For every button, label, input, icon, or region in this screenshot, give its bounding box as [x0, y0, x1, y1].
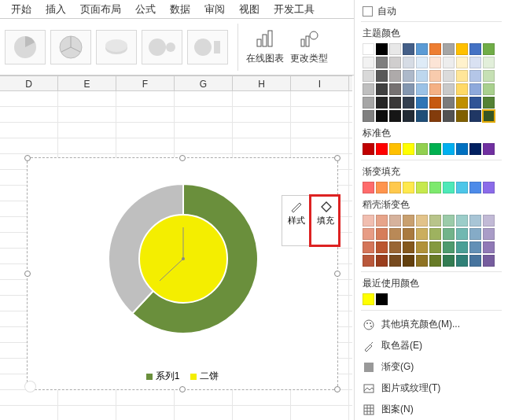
color-swatch[interactable] [483, 110, 495, 122]
color-swatch[interactable] [483, 182, 495, 193]
col-header[interactable]: D [0, 76, 58, 90]
color-swatch[interactable] [469, 255, 481, 267]
color-swatch[interactable] [443, 43, 455, 55]
color-swatch[interactable] [403, 228, 414, 240]
color-swatch[interactable] [469, 182, 481, 193]
color-swatch[interactable] [483, 143, 495, 155]
auto-color-row[interactable]: 自动 [363, 5, 500, 18]
style-button[interactable]: 样式 [282, 196, 311, 245]
picture-texture[interactable]: 图片或纹理(T) [363, 378, 500, 399]
color-swatch[interactable] [469, 110, 481, 122]
color-swatch[interactable] [443, 97, 455, 109]
color-swatch[interactable] [483, 241, 495, 253]
col-header[interactable]: H [233, 76, 291, 90]
color-swatch[interactable] [389, 215, 401, 227]
color-swatch[interactable] [429, 110, 441, 122]
color-swatch[interactable] [389, 228, 401, 240]
color-swatch[interactable] [363, 143, 374, 155]
color-swatch[interactable] [363, 97, 374, 109]
color-swatch[interactable] [429, 241, 441, 253]
color-swatch[interactable] [376, 293, 388, 305]
color-swatch[interactable] [403, 182, 414, 193]
color-swatch[interactable] [429, 83, 441, 95]
color-swatch[interactable] [429, 97, 441, 109]
color-swatch[interactable] [483, 97, 495, 109]
color-swatch[interactable] [469, 143, 481, 155]
color-swatch[interactable] [363, 228, 374, 240]
color-swatch[interactable] [389, 143, 401, 155]
col-header[interactable]: I [291, 76, 349, 90]
color-swatch[interactable] [416, 215, 428, 227]
color-swatch[interactable] [376, 57, 388, 68]
color-swatch[interactable] [456, 110, 468, 122]
color-swatch[interactable] [389, 97, 401, 109]
color-swatch[interactable] [456, 215, 468, 227]
color-swatch[interactable] [429, 255, 441, 267]
color-swatch[interactable] [443, 110, 455, 122]
color-swatch[interactable] [376, 241, 388, 253]
tab-view[interactable]: 视图 [239, 2, 260, 17]
resize-handle[interactable] [334, 271, 341, 277]
color-swatch[interactable] [483, 83, 495, 95]
color-swatch[interactable] [469, 83, 481, 95]
color-swatch[interactable] [403, 215, 414, 227]
chart-type-pie-2[interactable] [50, 30, 91, 64]
color-swatch[interactable] [376, 83, 388, 95]
color-swatch[interactable] [416, 110, 428, 122]
chart-type-pie-4[interactable] [142, 30, 182, 64]
color-swatch[interactable] [429, 143, 441, 155]
col-header[interactable]: F [116, 76, 175, 90]
color-swatch[interactable] [363, 57, 374, 68]
color-swatch[interactable] [443, 143, 455, 155]
chart-type-pie-5[interactable] [187, 30, 228, 64]
color-swatch[interactable] [443, 182, 455, 193]
eyedropper[interactable]: 取色器(E) [363, 335, 500, 356]
resize-handle[interactable] [179, 155, 186, 161]
color-swatch[interactable] [403, 83, 414, 95]
color-swatch[interactable] [363, 215, 374, 227]
color-swatch[interactable] [456, 57, 468, 68]
color-swatch[interactable] [443, 70, 455, 82]
color-swatch[interactable] [429, 57, 441, 68]
color-swatch[interactable] [389, 57, 401, 68]
color-swatch[interactable] [376, 255, 388, 267]
color-swatch[interactable] [389, 241, 401, 253]
color-swatch[interactable] [389, 110, 401, 122]
color-swatch[interactable] [483, 255, 495, 267]
color-swatch[interactable] [469, 228, 481, 240]
color-swatch[interactable] [443, 215, 455, 227]
chart-object[interactable]: 系列1 二饼 [27, 157, 338, 390]
color-swatch[interactable] [456, 228, 468, 240]
color-swatch[interactable] [416, 70, 428, 82]
color-swatch[interactable] [416, 97, 428, 109]
color-swatch[interactable] [416, 182, 428, 193]
color-swatch[interactable] [416, 57, 428, 68]
color-swatch[interactable] [456, 83, 468, 95]
color-swatch[interactable] [416, 241, 428, 253]
color-swatch[interactable] [363, 255, 374, 267]
tab-pagelayout[interactable]: 页面布局 [80, 2, 121, 17]
resize-handle[interactable] [179, 386, 186, 392]
color-swatch[interactable] [416, 228, 428, 240]
color-swatch[interactable] [456, 143, 468, 155]
color-swatch[interactable] [483, 228, 495, 240]
color-swatch[interactable] [469, 70, 481, 82]
color-swatch[interactable] [456, 97, 468, 109]
color-swatch[interactable] [429, 70, 441, 82]
chart-type-pie-1[interactable] [5, 30, 46, 64]
color-swatch[interactable] [376, 97, 388, 109]
color-swatch[interactable] [483, 70, 495, 82]
color-swatch[interactable] [376, 143, 388, 155]
color-swatch[interactable] [443, 83, 455, 95]
color-swatch[interactable] [363, 241, 374, 253]
color-swatch[interactable] [456, 241, 468, 253]
color-swatch[interactable] [429, 228, 441, 240]
tab-review[interactable]: 审阅 [204, 2, 225, 17]
color-swatch[interactable] [469, 241, 481, 253]
color-swatch[interactable] [456, 255, 468, 267]
fill-button[interactable]: 填充 [311, 196, 339, 245]
col-header[interactable]: E [58, 76, 116, 90]
color-swatch[interactable] [416, 255, 428, 267]
color-swatch[interactable] [363, 110, 374, 122]
resize-handle[interactable] [24, 155, 31, 161]
